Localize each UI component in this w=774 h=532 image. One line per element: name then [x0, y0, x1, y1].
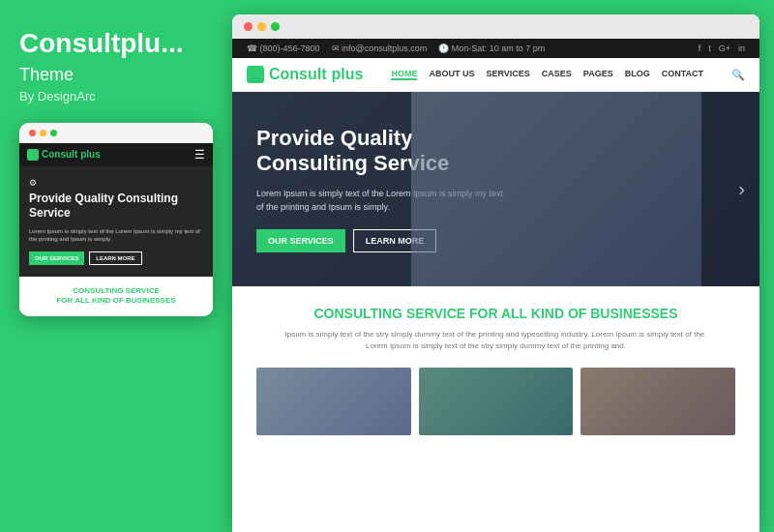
social-linkedin[interactable]: in [738, 44, 745, 53]
mobile-topbar [19, 123, 213, 143]
browser-dot-yellow-icon [257, 22, 266, 31]
site-logo: Consultplus [247, 66, 363, 83]
search-icon[interactable]: 🔍 [731, 69, 745, 81]
site-email: ✉ info@consultplus.com [332, 44, 428, 53]
bottom-heading-rest: FOR ALL KIND OF BUSINESSES [465, 306, 677, 321]
mobile-logo-text1: Consult [42, 149, 77, 160]
dot-yellow-icon [40, 130, 46, 136]
mobile-hero-text: Lorem Ipsum is simply text of the Lorem … [29, 227, 203, 244]
browser-dot-green-icon [271, 22, 280, 31]
mobile-our-services-button[interactable]: OUR SERVICES [29, 251, 84, 265]
nav-cases[interactable]: CASES [542, 69, 572, 80]
nav-pages[interactable]: PAGES [583, 69, 613, 80]
theme-subtitle: Theme [19, 65, 74, 85]
site-logo-text2: plus [332, 66, 364, 83]
bottom-cards [256, 368, 735, 435]
mobile-section-title-rest: FOR ALL KIND OF BUSINESSES [56, 296, 175, 305]
mobile-logo-icon [27, 149, 39, 161]
hero-person-image [411, 92, 701, 286]
site-topbar: ☎ (800)-456-7800 ✉ info@consultplus.com … [232, 39, 759, 58]
theme-title: Consultplu... [19, 29, 184, 59]
site-nav-links: HOME ABOUT US SERVICES CASES PAGES BLOG … [391, 69, 703, 80]
hero-next-arrow-icon[interactable]: › [738, 178, 745, 200]
browser-topbar [232, 15, 759, 39]
mobile-section: CONSULTING SERVICE FOR ALL KIND OF BUSIN… [19, 277, 213, 316]
mobile-nav: Consultplus ☰ [19, 143, 213, 166]
dot-red-icon [29, 130, 36, 136]
mobile-learn-more-button[interactable]: LEARN MORE [89, 251, 141, 265]
site-logo-icon [247, 66, 264, 83]
mobile-settings-icon: ⚙ [29, 178, 203, 188]
dot-green-icon [50, 130, 57, 136]
social-twitter[interactable]: t [708, 44, 711, 53]
bottom-card-1 [256, 368, 411, 435]
hamburger-icon[interactable]: ☰ [194, 148, 205, 162]
mobile-preview: Consultplus ☰ ⚙ Provide Quality Consulti… [19, 123, 213, 316]
site-logo-text1: Consult [269, 66, 327, 83]
site-hero: Provide Quality Consulting Service Lorem… [232, 92, 759, 286]
site-phone: ☎ (800)-456-7800 [247, 44, 320, 53]
mobile-section-title-green: CONSULTING SERVICE [73, 286, 160, 295]
social-googleplus[interactable]: G+ [719, 44, 730, 53]
nav-contact[interactable]: CONTACT [662, 69, 703, 80]
mobile-logo: Consultplus [27, 149, 101, 161]
site-nav: Consultplus HOME ABOUT US SERVICES CASES… [232, 58, 759, 92]
left-panel: Consultplu... Theme By DesignArc Consult… [0, 0, 232, 532]
nav-home[interactable]: HOME [391, 69, 417, 80]
mobile-hero: ⚙ Provide Quality Consulting Service Lor… [19, 166, 213, 277]
bottom-card-3 [580, 368, 735, 435]
site-bottom: CONSULTING SERVICE FOR ALL KIND OF BUSIN… [232, 286, 759, 532]
theme-author: By DesignArc [19, 89, 96, 103]
mobile-hero-title: Provide Quality Consulting Service [29, 192, 203, 222]
bottom-heading-green: CONSULTING SERVICE [314, 306, 466, 321]
bottom-heading: CONSULTING SERVICE FOR ALL KIND OF BUSIN… [256, 306, 735, 321]
social-facebook[interactable]: f [699, 44, 701, 53]
site-hours: 🕐 Mon-Sat: 10 am to 7 pm [438, 44, 545, 53]
bottom-text: Ipsum is simply text of the stry simply … [279, 329, 714, 354]
site-topbar-left: ☎ (800)-456-7800 ✉ info@consultplus.com … [247, 44, 545, 53]
browser-dot-red-icon [244, 22, 253, 31]
site-topbar-right: f t G+ in [699, 44, 745, 53]
nav-services[interactable]: SERVICES [486, 69, 529, 80]
right-panel: ☎ (800)-456-7800 ✉ info@consultplus.com … [232, 15, 759, 532]
nav-blog[interactable]: BLOG [625, 69, 650, 80]
bottom-card-2 [419, 368, 574, 435]
nav-about[interactable]: ABOUT US [429, 69, 474, 80]
our-services-button[interactable]: OUR SERVICES [256, 229, 345, 252]
mobile-section-title: CONSULTING SERVICE FOR ALL KIND OF BUSIN… [29, 286, 203, 307]
mobile-hero-buttons: OUR SERVICES LEARN MORE [29, 251, 203, 265]
mobile-logo-text2: plus [80, 149, 101, 160]
